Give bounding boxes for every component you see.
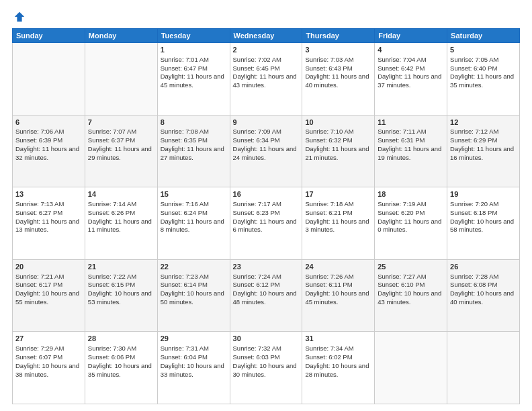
sunset: Sunset: 6:39 PM	[15, 136, 62, 144]
day-number: 23	[233, 262, 300, 272]
sunrise: Sunrise: 7:17 AM	[233, 200, 281, 208]
daylight: Daylight: 11 hours and 13 minutes.	[15, 218, 79, 234]
sunset: Sunset: 6:06 PM	[88, 353, 135, 361]
calendar-day	[447, 332, 520, 404]
day-number: 29	[161, 334, 227, 344]
day-number: 12	[450, 118, 517, 128]
daylight: Daylight: 10 hours and 53 minutes.	[88, 289, 152, 306]
daylight: Daylight: 11 hours and 3 minutes.	[305, 218, 369, 234]
day-header-sunday: Sunday	[13, 29, 85, 43]
sunrise: Sunrise: 7:04 AM	[378, 56, 426, 63]
logo-icon	[13, 11, 26, 23]
svg-marker-0	[15, 12, 24, 21]
daylight: Daylight: 10 hours and 38 minutes.	[15, 362, 79, 378]
sunset: Sunset: 6:04 PM	[161, 353, 208, 361]
sunrise: Sunrise: 7:11 AM	[378, 128, 426, 135]
calendar-day: 28Sunrise: 7:30 AMSunset: 6:06 PMDayligh…	[85, 332, 157, 404]
calendar-day: 30Sunrise: 7:32 AMSunset: 6:03 PMDayligh…	[230, 332, 302, 404]
day-header-monday: Monday	[85, 29, 157, 43]
sunrise: Sunrise: 7:24 AM	[233, 273, 281, 280]
calendar-day: 5Sunrise: 7:05 AMSunset: 6:40 PMDaylight…	[447, 43, 520, 116]
sunset: Sunset: 6:47 PM	[161, 64, 208, 72]
day-number: 15	[161, 189, 227, 199]
daylight: Daylight: 10 hours and 50 minutes.	[161, 289, 224, 306]
day-number: 21	[88, 262, 154, 272]
sunset: Sunset: 6:11 PM	[305, 281, 352, 288]
sunrise: Sunrise: 7:26 AM	[305, 273, 353, 280]
sunrise: Sunrise: 7:07 AM	[88, 128, 136, 135]
sunrise: Sunrise: 7:34 AM	[305, 345, 353, 352]
sunset: Sunset: 6:26 PM	[88, 209, 135, 216]
sunset: Sunset: 6:37 PM	[88, 136, 135, 144]
daylight: Daylight: 11 hours and 27 minutes.	[161, 145, 224, 161]
calendar-day: 14Sunrise: 7:14 AMSunset: 6:26 PMDayligh…	[85, 187, 157, 260]
calendar-day: 21Sunrise: 7:22 AMSunset: 6:15 PMDayligh…	[85, 259, 157, 332]
daylight: Daylight: 10 hours and 35 minutes.	[88, 362, 152, 378]
sunset: Sunset: 6:31 PM	[378, 136, 425, 144]
calendar-day	[375, 332, 447, 404]
calendar-week-4: 20Sunrise: 7:21 AMSunset: 6:17 PMDayligh…	[13, 259, 520, 332]
daylight: Daylight: 11 hours and 45 minutes.	[161, 73, 224, 89]
day-number: 20	[15, 262, 82, 272]
calendar-day: 6Sunrise: 7:06 AMSunset: 6:39 PMDaylight…	[13, 115, 85, 187]
calendar-day: 9Sunrise: 7:09 AMSunset: 6:34 PMDaylight…	[230, 115, 302, 187]
daylight: Daylight: 10 hours and 30 minutes.	[233, 362, 297, 378]
daylight: Daylight: 11 hours and 0 minutes.	[378, 218, 441, 234]
sunset: Sunset: 6:14 PM	[161, 281, 208, 288]
calendar-day: 19Sunrise: 7:20 AMSunset: 6:18 PMDayligh…	[447, 187, 520, 260]
calendar-day: 29Sunrise: 7:31 AMSunset: 6:04 PMDayligh…	[157, 332, 230, 404]
sunrise: Sunrise: 7:29 AM	[15, 345, 64, 352]
daylight: Daylight: 10 hours and 55 minutes.	[15, 289, 79, 306]
day-number: 24	[305, 262, 371, 272]
calendar-day	[85, 43, 157, 116]
day-number: 11	[378, 118, 444, 128]
sunrise: Sunrise: 7:22 AM	[88, 273, 136, 280]
sunset: Sunset: 6:27 PM	[15, 209, 62, 216]
sunrise: Sunrise: 7:08 AM	[161, 128, 209, 135]
day-number: 17	[305, 189, 371, 199]
daylight: Daylight: 10 hours and 33 minutes.	[161, 362, 224, 378]
daylight: Daylight: 11 hours and 21 minutes.	[305, 145, 369, 161]
calendar-day: 13Sunrise: 7:13 AMSunset: 6:27 PMDayligh…	[13, 187, 85, 260]
day-header-thursday: Thursday	[302, 29, 375, 43]
calendar-day: 22Sunrise: 7:23 AMSunset: 6:14 PMDayligh…	[157, 259, 230, 332]
day-header-saturday: Saturday	[447, 29, 520, 43]
sunrise: Sunrise: 7:03 AM	[305, 56, 353, 63]
sunset: Sunset: 6:15 PM	[88, 281, 135, 288]
calendar-day: 31Sunrise: 7:34 AMSunset: 6:02 PMDayligh…	[302, 332, 375, 404]
day-number: 27	[15, 334, 82, 344]
daylight: Daylight: 10 hours and 48 minutes.	[233, 289, 297, 306]
sunset: Sunset: 6:45 PM	[233, 64, 280, 72]
daylight: Daylight: 11 hours and 32 minutes.	[15, 145, 79, 161]
sunset: Sunset: 6:18 PM	[450, 209, 497, 216]
sunset: Sunset: 6:43 PM	[305, 64, 352, 72]
calendar-day: 12Sunrise: 7:12 AMSunset: 6:29 PMDayligh…	[447, 115, 520, 187]
day-number: 19	[450, 189, 517, 199]
sunrise: Sunrise: 7:27 AM	[378, 273, 426, 280]
sunrise: Sunrise: 7:32 AM	[233, 345, 281, 352]
sunrise: Sunrise: 7:14 AM	[88, 200, 136, 208]
daylight: Daylight: 10 hours and 40 minutes.	[450, 289, 514, 306]
day-number: 28	[88, 334, 154, 344]
calendar-day: 23Sunrise: 7:24 AMSunset: 6:12 PMDayligh…	[230, 259, 302, 332]
sunrise: Sunrise: 7:19 AM	[378, 200, 426, 208]
day-number: 8	[161, 118, 227, 128]
sunrise: Sunrise: 7:20 AM	[450, 200, 498, 208]
daylight: Daylight: 11 hours and 24 minutes.	[233, 145, 297, 161]
day-number: 26	[450, 262, 517, 272]
calendar-week-3: 13Sunrise: 7:13 AMSunset: 6:27 PMDayligh…	[13, 187, 520, 260]
sunset: Sunset: 6:17 PM	[15, 281, 62, 288]
sunset: Sunset: 6:32 PM	[305, 136, 352, 144]
sunrise: Sunrise: 7:21 AM	[15, 273, 64, 280]
day-header-wednesday: Wednesday	[230, 29, 302, 43]
sunset: Sunset: 6:34 PM	[233, 136, 280, 144]
sunset: Sunset: 6:07 PM	[15, 353, 62, 361]
daylight: Daylight: 11 hours and 35 minutes.	[450, 73, 514, 89]
sunrise: Sunrise: 7:16 AM	[161, 200, 209, 208]
day-number: 5	[450, 45, 517, 55]
calendar-day: 18Sunrise: 7:19 AMSunset: 6:20 PMDayligh…	[375, 187, 447, 260]
logo	[12, 11, 26, 23]
calendar-day: 25Sunrise: 7:27 AMSunset: 6:10 PMDayligh…	[375, 259, 447, 332]
sunrise: Sunrise: 7:28 AM	[450, 273, 498, 280]
sunrise: Sunrise: 7:12 AM	[450, 128, 498, 135]
